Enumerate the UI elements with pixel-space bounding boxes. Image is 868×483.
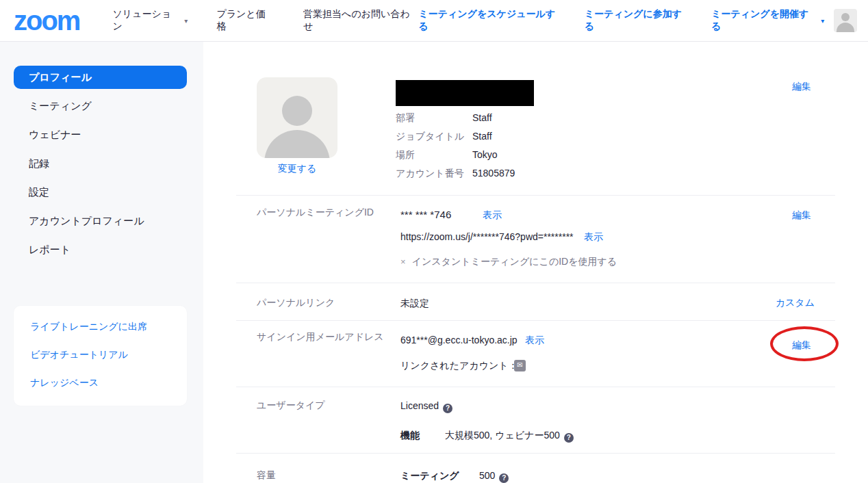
- nav-solutions[interactable]: ソリューション ▾: [112, 8, 188, 33]
- nav-plans-pricing[interactable]: プランと価格: [216, 8, 275, 33]
- sidebar-item-label: 記録: [29, 157, 49, 170]
- sidebar-item-settings[interactable]: 設定: [14, 181, 187, 204]
- x-mark-icon: ×: [400, 257, 406, 267]
- pmi-show-link[interactable]: 表示: [483, 209, 502, 222]
- edit-email-link[interactable]: 編集: [792, 339, 811, 352]
- user-type-label: ユーザータイプ: [257, 400, 325, 412]
- feature-value-text: 大規模500, ウェビナー500: [445, 430, 560, 441]
- field-value-account-number: 51805879: [472, 168, 515, 179]
- customize-personal-link[interactable]: カスタム: [776, 297, 815, 309]
- profile-content: 変更する 部署 Staff ジョブタイトル Staff 場所 Tokyo アカウ…: [203, 42, 868, 483]
- personal-link-value: 未設定: [400, 298, 429, 310]
- feature-label: 機能: [400, 430, 420, 442]
- capacity-meeting-value-text: 500: [479, 470, 495, 481]
- field-label-job-title: ジョブタイトル: [396, 131, 472, 143]
- personal-link-label: パーソナルリンク: [257, 297, 335, 309]
- user-type-value: Licensed?: [400, 400, 452, 413]
- sidebar-item-account-profile[interactable]: アカウントプロフィール: [14, 209, 187, 233]
- nav-plans-pricing-label: プランと価格: [216, 8, 275, 33]
- sidebar-item-label: ウェビナー: [29, 129, 81, 142]
- chevron-down-icon: ▾: [184, 17, 188, 25]
- section-profile-card: 変更する 部署 Staff ジョブタイトル Staff 場所 Tokyo アカウ…: [236, 42, 835, 195]
- field-value-department: Staff: [472, 112, 492, 123]
- primary-nav: ソリューション ▾ プランと価格 営業担当へのお問い合わせ: [112, 8, 418, 33]
- sidebar-item-recordings[interactable]: 記録: [14, 152, 187, 175]
- section-personal-link: パーソナルリンク 未設定 カスタム: [236, 283, 835, 320]
- edit-pmi-link[interactable]: 編集: [792, 209, 811, 222]
- capacity-meeting-label: ミーティング: [400, 470, 459, 482]
- host-meeting-link[interactable]: ミーティングを開催する ▾: [711, 8, 824, 33]
- nav-contact-sales[interactable]: 営業担当へのお問い合わせ: [303, 8, 418, 33]
- user-avatar-icon: [282, 96, 312, 126]
- field-label-department: 部署: [396, 112, 472, 125]
- section-sign-in-email: サインイン用メールアドレス 691***@g.ecc.u-tokyo.ac.jp…: [236, 320, 835, 387]
- edit-profile-link[interactable]: 編集: [792, 81, 811, 93]
- sidebar-item-meetings[interactable]: ミーティング: [14, 94, 187, 118]
- zoom-logo[interactable]: zoom: [14, 7, 79, 34]
- sidebar-item-label: 設定: [29, 186, 49, 199]
- video-tutorials-link[interactable]: ビデオチュートリアル: [30, 349, 180, 361]
- capacity-label: 容量: [257, 469, 276, 482]
- pmi-instant-option[interactable]: ×インスタントミーティングにこのIDを使用する: [400, 256, 617, 268]
- sidebar: プロフィール ミーティング ウェビナー 記録 設定 アカウントプロフィール レポ…: [0, 42, 203, 483]
- help-icon[interactable]: ?: [499, 473, 509, 483]
- join-meeting-label: ミーティングに参加する: [585, 8, 691, 33]
- user-type-value-text: Licensed: [400, 400, 439, 411]
- nav-solutions-label: ソリューション: [112, 8, 180, 33]
- top-navigation-bar: zoom ソリューション ▾ プランと価格 営業担当へのお問い合わせ ミーティン…: [0, 0, 868, 42]
- join-meeting-link[interactable]: ミーティングに参加する: [585, 8, 691, 33]
- field-value-job-title: Staff: [472, 131, 492, 142]
- field-value-location: Tokyo: [472, 149, 498, 160]
- sidebar-item-profile[interactable]: プロフィール: [14, 66, 187, 89]
- section-personal-meeting-id: パーソナルミーティングID *** *** *746 表示 https://zo…: [236, 195, 835, 283]
- change-avatar-link[interactable]: 変更する: [257, 163, 337, 175]
- pmi-masked-id: *** *** *746: [400, 209, 451, 220]
- meeting-actions: ミーティングをスケジュールする ミーティングに参加する ミーティングを開催する …: [418, 8, 824, 33]
- field-label-location: 場所: [396, 149, 472, 161]
- email-account-icon: ✉: [514, 360, 526, 371]
- chevron-down-icon: ▾: [821, 17, 824, 25]
- attend-live-training-link[interactable]: ライブトレーニングに出席: [30, 321, 180, 333]
- section-user-type: ユーザータイプ Licensed? 機能 大規模500, ウェビナー500?: [236, 387, 835, 453]
- knowledge-base-link[interactable]: ナレッジベース: [30, 377, 180, 389]
- sign-in-email-value: 691***@g.ecc.u-tokyo.ac.jp: [400, 335, 518, 345]
- redacted-user-name: [396, 80, 534, 106]
- sign-in-email-label: サインイン用メールアドレス: [257, 330, 394, 343]
- schedule-meeting-link[interactable]: ミーティングをスケジュールする: [418, 8, 563, 33]
- field-label-account-number: アカウント番号: [396, 168, 472, 180]
- capacity-meeting-value: 500?: [479, 470, 509, 483]
- help-icon[interactable]: ?: [564, 433, 574, 443]
- help-icon[interactable]: ?: [443, 404, 452, 413]
- help-card: ライブトレーニングに出席 ビデオチュートリアル ナレッジベース: [14, 306, 187, 406]
- sidebar-item-label: ミーティング: [29, 100, 92, 113]
- profile-avatar-placeholder: [257, 77, 337, 158]
- schedule-meeting-label: ミーティングをスケジュールする: [418, 8, 563, 33]
- user-avatar-icon: [841, 13, 850, 21]
- sidebar-item-webinars[interactable]: ウェビナー: [14, 123, 187, 146]
- email-show-link[interactable]: 表示: [525, 335, 544, 347]
- host-meeting-label: ミーティングを開催する: [711, 8, 817, 33]
- linked-accounts-label: リンクされたアカウント：: [400, 360, 518, 372]
- sidebar-item-label: プロフィール: [29, 71, 92, 84]
- account-avatar[interactable]: [834, 9, 857, 32]
- pmi-url: https://zoom.us/j/*******746?pwd=*******…: [400, 231, 574, 242]
- section-capacity: 容量 ミーティング 500?: [236, 453, 835, 483]
- nav-contact-sales-label: 営業担当へのお問い合わせ: [303, 8, 418, 33]
- pmi-url-show-link[interactable]: 表示: [584, 231, 603, 244]
- pmi-instant-option-label: インスタントミーティングにこのIDを使用する: [412, 256, 617, 267]
- sidebar-item-label: レポート: [29, 244, 71, 257]
- sidebar-item-reports[interactable]: レポート: [14, 238, 187, 261]
- zoom-web-portal: zoom ソリューション ▾ プランと価格 営業担当へのお問い合わせ ミーティン…: [0, 0, 868, 483]
- pmi-label: パーソナルミーティングID: [257, 207, 374, 219]
- sidebar-item-label: アカウントプロフィール: [29, 215, 144, 228]
- feature-value: 大規模500, ウェビナー500?: [445, 430, 574, 443]
